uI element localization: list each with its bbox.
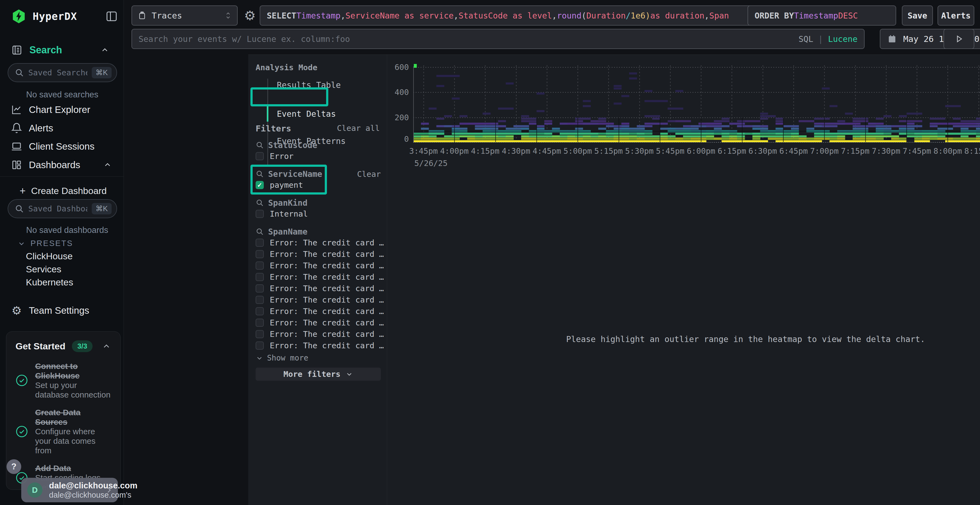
user-team: dale@clickhouse.com's	[49, 491, 98, 500]
checkbox-unchecked[interactable]	[256, 152, 264, 160]
presets-toggle[interactable]: PRESETS	[18, 239, 73, 248]
checkbox-unchecked[interactable]	[256, 296, 264, 304]
filter-group-spanname: SpanName Error: The credit card …Error: …	[256, 226, 381, 351]
create-dashboard-button[interactable]: + Create Dashboard	[20, 184, 107, 197]
sql-token: Span	[710, 11, 729, 21]
search-icon[interactable]	[256, 227, 264, 236]
checkbox-unchecked[interactable]	[256, 239, 264, 247]
chevron-up-icon[interactable]	[100, 46, 109, 54]
clear-all-button[interactable]: Clear all	[337, 124, 380, 133]
mode-event-deltas[interactable]: Event Deltas	[277, 109, 336, 120]
mode-results-table[interactable]: Results Table	[277, 80, 341, 91]
preset-clickhouse[interactable]: ClickHouse	[26, 251, 73, 262]
search-icon[interactable]	[256, 141, 264, 149]
no-saved-searches-text: No saved searches	[26, 90, 98, 100]
alerts-button[interactable]: Alerts	[937, 5, 974, 25]
team-settings-label: Team Settings	[29, 305, 89, 316]
filter-option-label: Error: The credit card …	[270, 329, 384, 339]
show-more-button[interactable]: Show more	[256, 353, 309, 362]
filter-option[interactable]: Error: The credit card …	[256, 248, 381, 260]
saved-dashboards-box[interactable]: ⌘K	[8, 199, 117, 218]
checkbox-unchecked[interactable]	[256, 210, 264, 218]
sidebar-item-team-settings[interactable]: ⚙ Team Settings	[11, 303, 116, 318]
checkbox-unchecked[interactable]	[256, 250, 264, 258]
sidebar-item-client-sessions[interactable]: Client Sessions	[11, 138, 116, 154]
filter-option[interactable]: Error: The credit card …	[256, 294, 381, 306]
more-filters-button[interactable]: More filters	[256, 368, 381, 381]
filter-option[interactable]: Error: The credit card …	[256, 306, 381, 317]
sidebar-item-chart-explorer[interactable]: Chart Explorer	[11, 102, 116, 118]
delta-chart-hint: Please highlight an outlier range in the…	[387, 334, 980, 344]
get-started-title: Get Started	[16, 341, 65, 351]
saved-searches-box[interactable]: ⌘K	[8, 63, 117, 82]
x-axis-tick: 6:00pm	[687, 146, 715, 156]
sidebar-item-search[interactable]: Search	[11, 43, 113, 57]
help-button[interactable]: ?	[6, 459, 21, 474]
play-icon	[954, 34, 964, 44]
filter-option[interactable]: Error: The credit card …	[256, 237, 381, 248]
filter-group-name: ServiceName	[268, 169, 322, 179]
user-menu[interactable]: D dale@clickhouse.com dale@clickhouse.co…	[21, 478, 118, 502]
chevron-up-icon[interactable]	[102, 342, 111, 351]
source-select[interactable]: Traces	[132, 5, 238, 25]
save-button[interactable]: Save	[902, 5, 933, 25]
filter-option[interactable]: Error: The credit card …	[256, 340, 381, 351]
get-started-progress-badge: 3/3	[72, 340, 92, 352]
filter-option[interactable]: Error: The credit card …	[256, 271, 381, 283]
filter-option[interactable]: Error: The credit card …	[256, 329, 381, 340]
hyperdx-app: HyperDX Search ⌘K No saved searches	[0, 0, 980, 505]
more-filters-label: More filters	[283, 370, 340, 379]
sidebar-item-dashboards[interactable]: Dashboards	[11, 157, 116, 173]
order-by-editor[interactable]: ORDER BY Timestamp DESC	[748, 5, 896, 25]
lucene-toggle[interactable]: Lucene	[828, 34, 858, 44]
filter-option-label: payment	[270, 180, 303, 190]
sql-token: StatusCode as level	[458, 11, 552, 21]
avatar: D	[27, 483, 43, 498]
checkbox-unchecked[interactable]	[256, 341, 264, 349]
dashboards-icon	[11, 159, 22, 171]
check-circle-icon	[16, 374, 28, 387]
sql-token: Duration	[586, 11, 626, 21]
clear-group-button[interactable]: Clear	[357, 170, 381, 179]
checkbox-unchecked[interactable]	[256, 284, 264, 292]
filter-option[interactable]: Error: The credit card …	[256, 260, 381, 271]
source-settings-gear-icon[interactable]: ⚙	[243, 8, 257, 24]
y-axis-tick: 400	[387, 87, 409, 97]
chart-explorer-icon	[11, 104, 22, 115]
event-search-input[interactable]	[138, 34, 799, 44]
checkbox-unchecked[interactable]	[256, 307, 264, 315]
checkbox-unchecked[interactable]	[256, 262, 264, 270]
chevron-up-icon[interactable]	[103, 160, 112, 169]
run-query-button[interactable]	[943, 29, 974, 49]
preset-kubernetes[interactable]: Kubernetes	[26, 277, 73, 287]
search-icon[interactable]	[256, 199, 264, 207]
checkbox-unchecked[interactable]	[256, 330, 264, 338]
duration-heatmap[interactable]	[413, 64, 980, 143]
checkbox-unchecked[interactable]	[256, 319, 264, 327]
filter-option[interactable]: Error: The credit card …	[256, 283, 381, 294]
sidebar-item-alerts[interactable]: Alerts	[11, 120, 116, 136]
event-search-box[interactable]: SQL | Lucene	[132, 29, 865, 49]
x-axis-tick: 6:15pm	[718, 146, 746, 156]
saved-searches-input[interactable]	[28, 68, 88, 77]
x-axis-tick: 8:00pm	[934, 146, 962, 156]
logo[interactable]: HyperDX	[11, 8, 77, 25]
get-started-item[interactable]: Connect to ClickHouse Set up your databa…	[16, 361, 111, 399]
preset-services[interactable]: Services	[26, 264, 61, 275]
saved-dashboards-input[interactable]	[28, 204, 88, 213]
filter-option-label: Internal	[270, 209, 308, 219]
checkbox-unchecked[interactable]	[256, 273, 264, 281]
filter-option[interactable]: Error	[256, 151, 381, 162]
filter-option[interactable]: Internal	[256, 208, 381, 219]
step-title: Connect to ClickHouse	[35, 362, 80, 380]
filter-option[interactable]: ✓payment	[256, 179, 381, 191]
analysis-mode-title: Analysis Mode	[256, 63, 317, 72]
checkbox-checked[interactable]: ✓	[256, 181, 264, 189]
search-icon[interactable]	[256, 170, 264, 178]
hyperdx-logo-icon	[11, 8, 27, 24]
filter-option[interactable]: Error: The credit card …	[256, 317, 381, 329]
heatmap-chart-area: 600 400 200 0 3:45pm4:00pm4:15pm4:30pm4:…	[387, 55, 980, 505]
sidebar-collapse-icon[interactable]	[105, 10, 118, 23]
get-started-item[interactable]: Create Data Sources Configure where your…	[16, 408, 111, 455]
sql-toggle[interactable]: SQL	[799, 34, 813, 44]
